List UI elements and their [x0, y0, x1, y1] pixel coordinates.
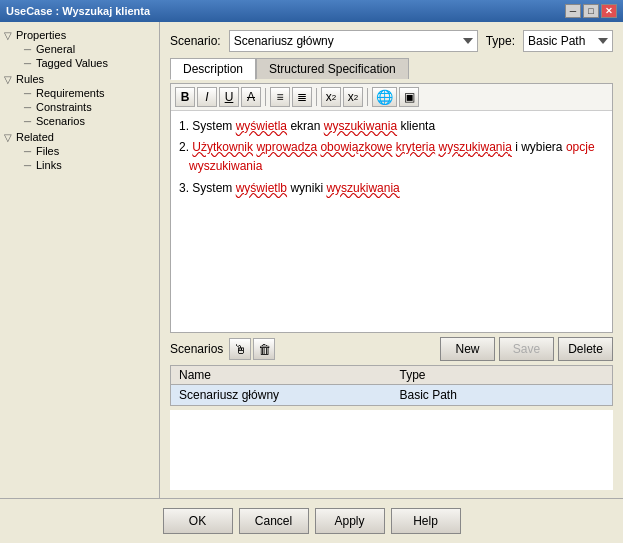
toolbar-separator: [265, 88, 266, 106]
strikethrough-button[interactable]: A: [241, 87, 261, 107]
dash-icon: ─: [24, 44, 34, 55]
minimize-button[interactable]: ─: [565, 4, 581, 18]
scenarios-left: Scenarios 🖱 🗑: [170, 338, 275, 360]
expand-icon: ▽: [4, 132, 14, 143]
scenario-row: Scenario: Scenariusz główny Type: Basic …: [170, 30, 613, 52]
spell-error-10: wyszukiwania: [326, 181, 399, 195]
toolbar-separator-2: [316, 88, 317, 106]
editor-container: B I U A ≡ ≣ x2 x2 🌐 ▣ 1. System wyś: [170, 83, 613, 333]
column-name-header: Name: [171, 366, 392, 384]
ok-button[interactable]: OK: [163, 508, 233, 534]
cancel-button[interactable]: Cancel: [239, 508, 309, 534]
expand-icon: ▽: [4, 74, 14, 85]
empty-area: [170, 410, 613, 490]
scenarios-buttons: New Save Delete: [440, 337, 613, 361]
titlebar-title: UseCase : Wyszukaj klienta: [6, 5, 150, 17]
scenarios-add-icon-button[interactable]: 🖱: [229, 338, 251, 360]
editor-line-1: 1. System wyświetla ekran wyszukiwania k…: [179, 117, 604, 136]
numbered-list-button[interactable]: ≣: [292, 87, 312, 107]
spell-error-7: wyszukiwania: [439, 140, 512, 154]
sidebar-item-related[interactable]: ▽ Related: [4, 130, 155, 144]
link-button[interactable]: 🌐: [372, 87, 397, 107]
dash-icon: ─: [24, 58, 34, 69]
bold-button[interactable]: B: [175, 87, 195, 107]
dash-icon: ─: [24, 160, 34, 171]
content-area: Scenario: Scenariusz główny Type: Basic …: [160, 22, 623, 498]
dash-icon: ─: [24, 88, 34, 99]
spell-error-3: Użytkownik: [192, 140, 253, 154]
scenario-label: Scenario:: [170, 34, 221, 48]
table-row[interactable]: Scenariusz główny Basic Path: [171, 385, 612, 405]
bottom-bar: OK Cancel Apply Help: [0, 498, 623, 543]
sidebar-item-links[interactable]: ─ Links: [4, 158, 155, 172]
scenarios-table: Name Type Scenariusz główny Basic Path: [170, 365, 613, 406]
scenarios-section-label: Scenarios: [170, 342, 223, 356]
spell-error-6: kryteria: [396, 140, 435, 154]
editor-line-2: 2. Użytkownik wprowadza obowiązkowe kryt…: [179, 138, 604, 176]
sidebar-item-scenarios[interactable]: ─ Scenarios: [4, 114, 155, 128]
spell-error-2: wyszukiwania: [324, 119, 397, 133]
close-button[interactable]: ✕: [601, 4, 617, 18]
maximize-button[interactable]: □: [583, 4, 599, 18]
spell-error-1: wyświetla: [236, 119, 287, 133]
titlebar: UseCase : Wyszukaj klienta ─ □ ✕: [0, 0, 623, 22]
column-type-header: Type: [392, 366, 613, 384]
dash-icon: ─: [24, 102, 34, 113]
sidebar-item-general[interactable]: ─ General: [4, 42, 155, 56]
toolbar-separator-3: [367, 88, 368, 106]
italic-button[interactable]: I: [197, 87, 217, 107]
sidebar: ▽ Properties ─ General ─ Tagged Values ▽…: [0, 22, 160, 498]
delete-button[interactable]: Delete: [558, 337, 613, 361]
main-container: ▽ Properties ─ General ─ Tagged Values ▽…: [0, 22, 623, 498]
subscript-button[interactable]: x2: [343, 87, 363, 107]
spell-error-9: wyświetlb: [236, 181, 287, 195]
superscript-button[interactable]: x2: [321, 87, 341, 107]
sidebar-item-constraints[interactable]: ─ Constraints: [4, 100, 155, 114]
editor-toolbar: B I U A ≡ ≣ x2 x2 🌐 ▣: [171, 84, 612, 111]
scenarios-row: Scenarios 🖱 🗑 New Save Delete: [170, 337, 613, 361]
tab-structured-spec[interactable]: Structured Specification: [256, 58, 409, 79]
sidebar-item-tagged-values[interactable]: ─ Tagged Values: [4, 56, 155, 70]
row-type: Basic Path: [392, 385, 613, 405]
sidebar-item-properties[interactable]: ▽ Properties: [4, 28, 155, 42]
underline-button[interactable]: U: [219, 87, 239, 107]
help-button[interactable]: Help: [391, 508, 461, 534]
spell-error-5: obowiązkowe: [320, 140, 392, 154]
spell-error-4: wprowadza: [256, 140, 317, 154]
titlebar-controls: ─ □ ✕: [565, 4, 617, 18]
type-select[interactable]: Basic Path: [523, 30, 613, 52]
table-body: Scenariusz główny Basic Path: [171, 385, 612, 405]
table-header: Name Type: [171, 366, 612, 385]
dash-icon: ─: [24, 146, 34, 157]
new-button[interactable]: New: [440, 337, 495, 361]
row-name: Scenariusz główny: [171, 385, 392, 405]
sidebar-item-requirements[interactable]: ─ Requirements: [4, 86, 155, 100]
scenarios-icons: 🖱 🗑: [229, 338, 275, 360]
dash-icon: ─: [24, 116, 34, 127]
scenarios-del-icon-button[interactable]: 🗑: [253, 338, 275, 360]
sidebar-item-rules[interactable]: ▽ Rules: [4, 72, 155, 86]
scenario-select[interactable]: Scenariusz główny: [229, 30, 478, 52]
tab-description[interactable]: Description: [170, 58, 256, 80]
image-button[interactable]: ▣: [399, 87, 419, 107]
tabs: Description Structured Specification: [170, 58, 613, 79]
type-label: Type:: [486, 34, 515, 48]
editor-body[interactable]: 1. System wyświetla ekran wyszukiwania k…: [171, 111, 612, 332]
editor-line-3: 3. System wyświetlb wyniki wyszukiwania: [179, 179, 604, 198]
save-button[interactable]: Save: [499, 337, 554, 361]
sidebar-item-files[interactable]: ─ Files: [4, 144, 155, 158]
expand-icon: ▽: [4, 30, 14, 41]
apply-button[interactable]: Apply: [315, 508, 385, 534]
bullet-list-button[interactable]: ≡: [270, 87, 290, 107]
